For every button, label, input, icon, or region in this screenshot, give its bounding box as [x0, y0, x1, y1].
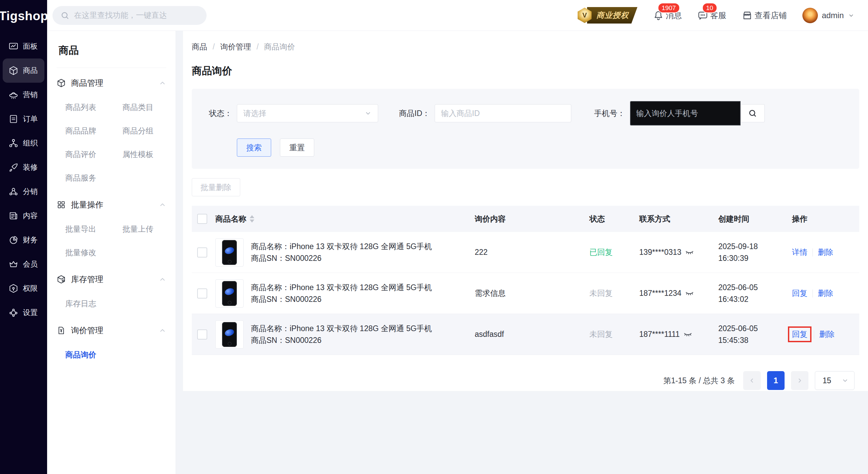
detail-link[interactable]: 详情: [792, 247, 807, 258]
page-title: 商品询价: [192, 64, 859, 78]
sidebar-item-product-group[interactable]: 商品分组: [122, 119, 166, 142]
product-id-input[interactable]: [435, 104, 571, 122]
search-button[interactable]: 搜索: [237, 138, 271, 157]
breadcrumb-separator: /: [256, 42, 258, 52]
sidebar-item-batch-modify[interactable]: 批量修改: [65, 241, 122, 264]
sidebar-item-attribute-template[interactable]: 属性模板: [122, 142, 166, 166]
status-select[interactable]: 请选择: [237, 104, 378, 122]
storefront-icon: [742, 10, 753, 21]
global-search[interactable]: [53, 6, 207, 25]
sidebar-item-batch-upload[interactable]: 批量上传: [122, 217, 166, 241]
delete-link[interactable]: 删除: [819, 329, 835, 340]
product-id-filter-label: 商品ID：: [396, 108, 430, 118]
section-inventory-management[interactable]: 库存管理: [57, 267, 166, 292]
messages-button[interactable]: 1907 消息: [653, 10, 682, 21]
sidebar-item-product-review[interactable]: 商品评价: [65, 142, 122, 166]
chevron-up-icon: [159, 79, 166, 87]
sidebar-item-product-category[interactable]: 商品类目: [122, 96, 166, 119]
phone-image: [222, 322, 237, 347]
column-header-name: 商品名称: [215, 214, 475, 224]
sidebar-item-settings[interactable]: 设置: [3, 301, 44, 325]
prev-page-button[interactable]: [743, 371, 761, 390]
main-panel: 商品 / 询价管理 / 商品询价 商品询价 状态： 请选择 商品ID： 手机号：: [183, 31, 868, 391]
product-cell: 商品名称：iPhone 13 双卡双待 128G 全网通 5G手机 商品SN：S…: [215, 238, 475, 267]
sidebar-item-product-list[interactable]: 商品列表: [65, 96, 122, 119]
sidebar-item-product-brand[interactable]: 商品品牌: [65, 119, 122, 142]
filter-row: 状态： 请选择 商品ID： 手机号：: [202, 101, 849, 126]
chevron-up-icon: [159, 276, 166, 283]
product-sn: SN000226: [285, 336, 322, 345]
chevron-up-icon: [159, 327, 166, 334]
section-batch-operations[interactable]: 批量操作: [57, 192, 166, 217]
section-inquiry-management[interactable]: 询价管理: [57, 318, 166, 343]
customer-service-button[interactable]: 10 客服: [698, 10, 726, 21]
sidebar-item-batch-export[interactable]: 批量导出: [65, 217, 122, 241]
breadcrumb-item[interactable]: 商品: [192, 42, 207, 52]
product-name: iPhone 13 双卡双待 128G 全网通 5G手机: [290, 324, 432, 333]
sidebar-item-permissions[interactable]: 权限: [3, 276, 44, 301]
action-divider: [812, 290, 813, 298]
phone-search-button[interactable]: [741, 104, 765, 122]
eye-closed-icon[interactable]: [685, 289, 694, 298]
service-count-badge: 10: [702, 3, 717, 13]
batch-delete-button[interactable]: 批量删除: [192, 178, 240, 196]
breadcrumb-item[interactable]: 询价管理: [220, 42, 251, 52]
eye-closed-icon[interactable]: [685, 248, 694, 257]
actions-cell: 回复 删除: [792, 288, 859, 299]
next-page-button[interactable]: [791, 371, 808, 390]
crown-icon: [8, 259, 19, 269]
sidebar-item-product-inquiry[interactable]: 商品询价: [65, 343, 122, 366]
sidebar-item-inventory-log[interactable]: 库存日志: [65, 292, 122, 315]
filter-panel: 状态： 请选择 商品ID： 手机号： 搜索 重置: [192, 89, 859, 169]
column-header-actions: 操作: [792, 214, 859, 224]
sidebar-item-organization[interactable]: 组织: [3, 131, 44, 155]
search-icon: [61, 11, 69, 20]
delete-link[interactable]: 删除: [818, 288, 833, 299]
view-shop-button[interactable]: 查看店铺: [742, 10, 787, 21]
section-product-management[interactable]: 商品管理: [57, 71, 166, 96]
global-search-input[interactable]: [74, 11, 198, 20]
sidebar-item-orders[interactable]: 订单: [3, 107, 44, 131]
reply-link[interactable]: 回复: [792, 288, 807, 299]
page-size-select[interactable]: 15: [815, 371, 855, 390]
inventory-icon: [57, 275, 66, 284]
action-divider: [812, 248, 813, 257]
org-chart-icon: [8, 138, 19, 148]
settings-nodes-icon: [8, 308, 19, 318]
reply-link[interactable]: 回复: [792, 329, 807, 340]
messages-count-badge: 1907: [658, 3, 680, 13]
reset-button[interactable]: 重置: [280, 138, 314, 157]
sidebar-item-members[interactable]: 会员: [3, 252, 44, 276]
inquiry-table: 商品名称 询价内容 状态 联系方式 创建时间 操作 商品名称：iPhone 13…: [192, 206, 859, 355]
product-thumbnail: [215, 320, 244, 349]
sidebar-item-content[interactable]: 内容: [3, 204, 44, 228]
sidebar-item-distribution[interactable]: 分销: [3, 179, 44, 204]
page-number-button[interactable]: 1: [767, 371, 784, 390]
sidebar-item-decoration[interactable]: 装修: [3, 155, 44, 179]
user-name: admin: [822, 11, 844, 20]
inquiry-content: 222: [475, 248, 589, 257]
license-badge[interactable]: V 商业授权: [577, 7, 638, 24]
row-checkbox[interactable]: [197, 247, 207, 258]
primary-sidebar: Tigshop 面板 商品 营销 订单 组织 装修 分销: [0, 0, 47, 474]
eye-closed-icon[interactable]: [683, 330, 692, 339]
select-all-checkbox[interactable]: [197, 214, 207, 224]
sidebar-title: 商品: [57, 31, 166, 68]
order-icon: [8, 114, 19, 124]
created-time-cell: 2025-06-05 16:43:02: [718, 282, 792, 305]
sidebar-item-marketing[interactable]: 营销: [3, 83, 44, 107]
sidebar-item-dashboard[interactable]: 面板: [3, 34, 44, 59]
user-menu[interactable]: admin: [802, 8, 855, 23]
price-tag-icon: [57, 326, 66, 335]
sort-icon[interactable]: [250, 215, 254, 223]
sidebar-item-products[interactable]: 商品: [3, 59, 44, 83]
actions-cell: 详情 删除: [792, 247, 859, 258]
lock-cube-icon: [8, 283, 19, 294]
created-time-cell: 2025-06-05 15:45:38: [718, 323, 792, 346]
sidebar-item-product-service[interactable]: 商品服务: [65, 166, 122, 190]
row-checkbox[interactable]: [197, 289, 207, 299]
sidebar-item-finance[interactable]: 财务: [3, 228, 44, 252]
row-checkbox[interactable]: [197, 330, 207, 340]
phone-input[interactable]: [630, 101, 741, 126]
delete-link[interactable]: 删除: [818, 247, 833, 258]
